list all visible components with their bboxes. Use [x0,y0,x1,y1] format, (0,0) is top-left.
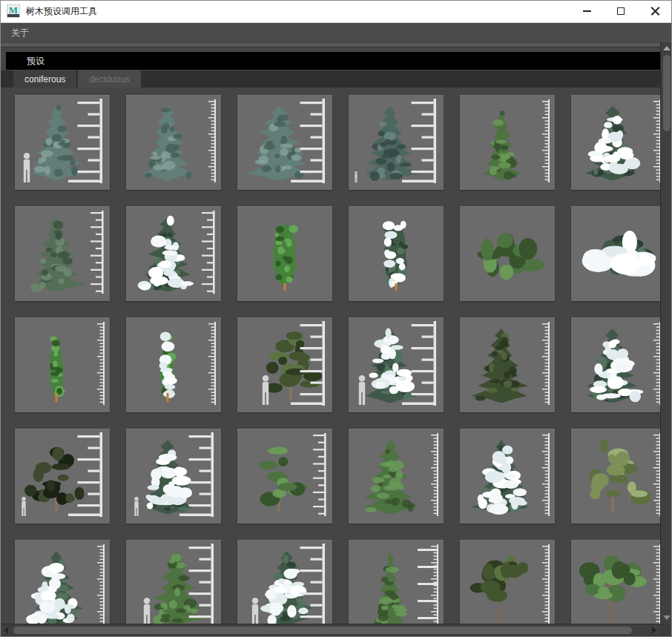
preset-thumbnail[interactable] [15,317,110,412]
scroll-right-button[interactable] [648,624,660,636]
preset-thumbnail[interactable] [349,206,444,301]
menu-bar: 关于 [0,23,672,42]
tab-deciduous[interactable]: deciduous [78,70,141,88]
scroll-left-icon [4,627,8,634]
preset-thumbnail[interactable] [460,206,555,301]
preset-thumbnail[interactable] [349,317,444,412]
preset-grid [15,95,660,624]
scroll-down-button[interactable] [661,612,672,624]
preset-thumbnail[interactable] [237,317,332,412]
preset-thumbnail[interactable] [460,429,555,524]
top-divider [0,43,660,47]
preset-thumbnail[interactable] [571,540,660,624]
preset-scroll-area [0,88,660,624]
window-controls [570,0,672,22]
maximize-button[interactable] [604,0,638,22]
preset-thumbnail[interactable] [126,317,221,412]
preset-thumbnail[interactable] [460,540,555,624]
window-title: 树木预设调用工具 [26,5,97,18]
scroll-down-icon [663,615,671,620]
close-icon [650,7,660,16]
maya-icon: M [7,4,20,18]
scroll-right-icon [652,627,656,634]
scroll-up-icon [663,46,671,50]
preset-thumbnail[interactable] [571,429,660,524]
menu-item-about[interactable]: 关于 [7,27,33,39]
horizontal-scrollbar[interactable] [0,624,660,636]
tab-bar: coniferous deciduous [0,70,660,88]
minimize-button[interactable] [570,0,604,22]
preset-thumbnail[interactable] [571,95,660,190]
preset-thumbnail[interactable] [126,206,221,301]
title-bar: M 树木预设调用工具 [0,0,672,23]
preset-thumbnail[interactable] [460,95,555,190]
preset-thumbnail[interactable] [349,95,444,190]
close-button[interactable] [638,0,672,22]
preset-thumbnail[interactable] [15,206,110,301]
preset-thumbnail[interactable] [15,540,110,624]
tab-coniferous[interactable]: coniferous [13,70,76,88]
horizontal-scrollbar-thumb[interactable] [13,627,632,634]
minimize-icon [583,10,591,12]
preset-thumbnail[interactable] [460,317,555,412]
vertical-scrollbar-thumb[interactable] [663,55,671,131]
preset-thumbnail[interactable] [15,429,110,524]
preset-thumbnail[interactable] [349,429,444,524]
preset-thumbnail[interactable] [237,206,332,301]
preset-thumbnail[interactable] [237,540,332,624]
preset-frame-header-label: 预设 [27,55,45,67]
scroll-up-button[interactable] [661,42,672,54]
maximize-icon [617,7,625,15]
preset-thumbnail[interactable] [349,540,444,624]
preset-thumbnail[interactable] [126,95,221,190]
maya-icon-band [7,14,19,17]
preset-frame-header[interactable]: 预设 [6,52,660,70]
preset-thumbnail[interactable] [237,95,332,190]
preset-thumbnail[interactable] [126,429,221,524]
preset-thumbnail[interactable] [15,95,110,190]
scroll-left-button[interactable] [0,624,12,636]
preset-thumbnail[interactable] [571,317,660,412]
vertical-scrollbar[interactable] [660,42,672,624]
preset-thumbnail[interactable] [126,540,221,624]
preset-thumbnail[interactable] [571,206,660,301]
preset-thumbnail[interactable] [237,429,332,524]
